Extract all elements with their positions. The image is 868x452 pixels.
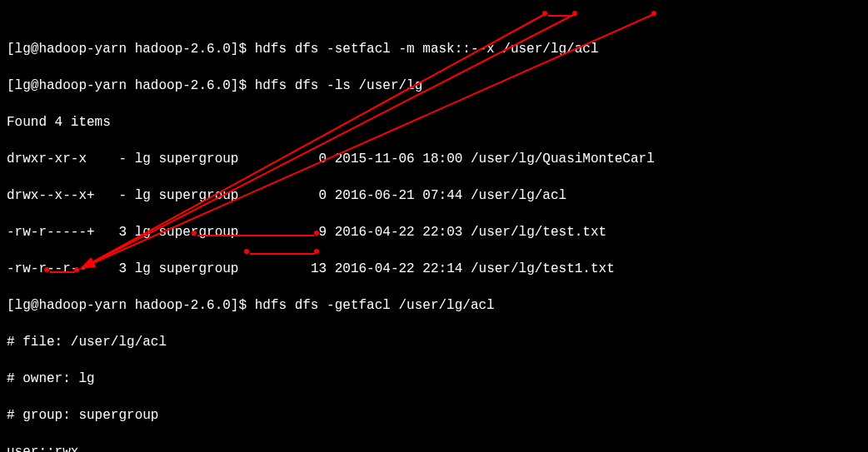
facl-line: user::rwx [7, 443, 861, 452]
annotation-dot [651, 11, 656, 16]
terminal: [lg@hadoop-yarn hadoop-2.6.0]$ hdfs dfs … [0, 0, 868, 452]
prompt: [lg@hadoop-yarn hadoop-2.6.0]$ [7, 298, 247, 313]
command-ls: hdfs dfs -ls /user/lg [255, 78, 423, 93]
command-setfacl: hdfs dfs -setfacl -m mask::--x /user/lg/… [255, 42, 599, 57]
prompt: [lg@hadoop-yarn hadoop-2.6.0]$ [7, 42, 247, 57]
cmd-line-2: [lg@hadoop-yarn hadoop-2.6.0]$ hdfs dfs … [7, 77, 861, 95]
facl-line: # owner: lg [7, 370, 861, 388]
ls-row: -rw-r-----+ 3 lg supergroup 9 2016-04-22… [7, 223, 861, 241]
annotation-dot [192, 231, 197, 236]
ls-row: drwxr-xr-x - lg supergroup 0 2015-11-06 … [7, 150, 861, 168]
ls-found: Found 4 items [7, 113, 861, 132]
annotation-dot [542, 11, 547, 16]
ls-row: -rw-r--r-- 3 lg supergroup 13 2016-04-22… [7, 260, 861, 278]
annotation-underline [50, 271, 75, 273]
annotation-underline [548, 15, 573, 17]
annotation-dot [314, 231, 319, 236]
cmd-line-3: [lg@hadoop-yarn hadoop-2.6.0]$ hdfs dfs … [7, 296, 861, 315]
facl-line: # group: supergroup [7, 406, 861, 425]
annotation-dot [572, 11, 577, 16]
command-getfacl: hdfs dfs -getfacl /user/lg/acl [255, 298, 495, 313]
annotation-dot [74, 267, 79, 272]
annotation-dot [44, 267, 49, 272]
annotation-underline [250, 253, 315, 255]
annotation-dot [244, 249, 249, 254]
prompt: [lg@hadoop-yarn hadoop-2.6.0]$ [7, 78, 247, 93]
annotation-underline [197, 235, 314, 236]
annotation-dot [314, 249, 319, 254]
ls-row: drwx--x--x+ - lg supergroup 0 2016-06-21… [7, 186, 861, 205]
facl-line: # file: /user/lg/acl [7, 333, 861, 351]
cmd-line-1: [lg@hadoop-yarn hadoop-2.6.0]$ hdfs dfs … [7, 40, 861, 58]
